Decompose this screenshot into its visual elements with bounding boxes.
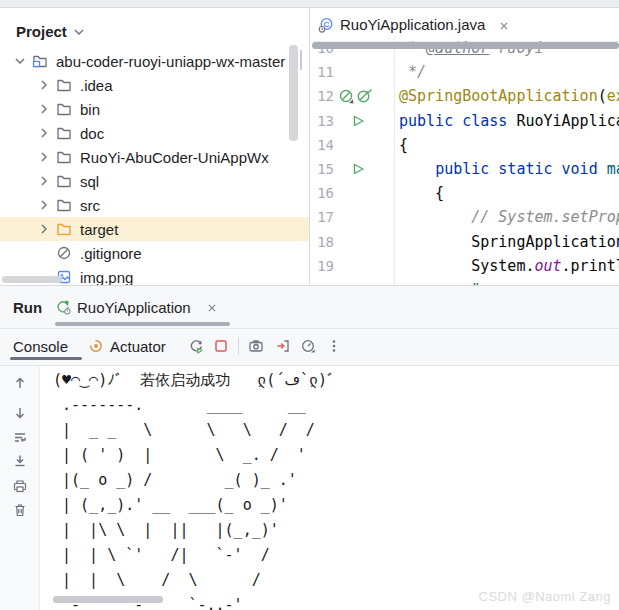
code-segment: */ (399, 63, 426, 81)
line-number: 15 (310, 161, 334, 177)
code-segment: @SpringBootApplication (399, 87, 598, 105)
code-segment: public class (399, 112, 516, 130)
thread-dump-camera-button[interactable] (246, 336, 266, 356)
code-area[interactable]: 10 * @author ruoyi11 */12@SpringBootAppl… (310, 36, 619, 285)
code-text: @SpringBootApplication(exclu (394, 84, 619, 108)
panel-edge-marker (300, 50, 302, 70)
gutter (334, 109, 394, 133)
gutter (334, 181, 394, 205)
code-text: public class RuoYiApplicatio (394, 109, 619, 133)
tree-item-target[interactable]: target (0, 217, 309, 241)
gutter (334, 230, 394, 254)
trash-icon[interactable] (12, 502, 28, 518)
ide-window: Project abu-coder-ruoyi-uniapp-wx-master… (0, 0, 619, 610)
actuator-icon (88, 338, 104, 354)
arrow-down-icon[interactable] (12, 405, 28, 421)
chevron-right-icon[interactable] (36, 125, 52, 141)
folder-orange-icon (56, 221, 74, 237)
gutter (334, 84, 394, 108)
folder-icon (56, 173, 74, 189)
code-segment: RuoYiApplicatio (516, 112, 619, 130)
tree-item--gitignore[interactable]: .gitignore (0, 241, 309, 265)
run-gutter-icon[interactable] (350, 113, 366, 129)
tree-item-doc[interactable]: doc (0, 121, 309, 145)
chevron-right-icon[interactable] (36, 221, 52, 237)
line-number: 18 (310, 234, 334, 250)
code-segment: SpringApplication.ru (399, 233, 619, 251)
close-icon[interactable] (497, 18, 511, 32)
folder-icon (56, 197, 74, 213)
more-options-kebab-button[interactable] (324, 336, 344, 356)
window-top-strip (0, 0, 619, 8)
run-tab-label: RuoYiApplication (77, 299, 191, 316)
exit-button[interactable] (273, 336, 293, 356)
console-toolbar-row: Console Actuator (0, 329, 619, 365)
gutter (334, 278, 394, 285)
console-output: (♥◠‿◠)ﾉﾞ 若依启动成功 ლ(´ڡ`ლ)ﾞ .-------. ____ … (53, 368, 335, 610)
stop-button[interactable] (211, 336, 231, 356)
tree-item-label: sql (80, 173, 99, 190)
code-line: 20 " (310, 278, 619, 285)
folder-icon (56, 125, 74, 141)
bean-gutter-icon[interactable] (338, 88, 354, 104)
code-text: */ (394, 60, 426, 84)
tree-item--idea[interactable]: .idea (0, 73, 309, 97)
code-text: { (394, 133, 408, 157)
tree-item-src[interactable]: src (0, 193, 309, 217)
code-text: { (394, 181, 444, 205)
arrow-up-icon[interactable] (12, 375, 28, 391)
tree-item-bin[interactable]: bin (0, 97, 309, 121)
rerun-button[interactable] (186, 336, 206, 356)
chevron-right-icon[interactable] (36, 197, 52, 213)
printer-icon[interactable] (12, 478, 28, 494)
run-gutter-icon[interactable] (350, 161, 366, 177)
tree-indent (36, 245, 52, 261)
editor-tab-title: RuoYiApplication.java (340, 16, 485, 33)
project-panel-title: Project (16, 23, 67, 40)
project-vertical-scrollbar[interactable] (289, 45, 298, 141)
chevron-right-icon[interactable] (36, 173, 52, 189)
code-segment (399, 208, 471, 226)
run-header-row: Run RuoYiApplication (0, 286, 619, 328)
code-segment: public static void (435, 160, 607, 178)
chevron-right-icon[interactable] (36, 77, 52, 93)
project-panel-header[interactable]: Project (16, 16, 87, 46)
chevron-down-icon[interactable] (71, 24, 87, 40)
close-icon[interactable] (205, 300, 219, 314)
console-tab-label: Console (13, 338, 68, 355)
tree-item-label: target (80, 221, 118, 238)
gauge-button[interactable] (298, 336, 318, 356)
folder-icon (56, 149, 74, 165)
tree-item-abu-coder-ruoyi-uniapp-wx-master[interactable]: abu-coder-ruoyi-uniapp-wx-master (0, 49, 309, 73)
line-number: 19 (310, 258, 334, 274)
chevron-down-icon[interactable] (12, 53, 28, 69)
console-horizontal-scrollbar[interactable] (53, 596, 163, 603)
tree-item-sql[interactable]: sql (0, 169, 309, 193)
soft-wrap-icon[interactable] (12, 430, 28, 446)
toolbar-divider (238, 337, 239, 355)
tree-item-label: RuoYi-AbuCoder-UniAppWx (80, 149, 269, 166)
line-number: 13 (310, 113, 334, 129)
code-line: 17 // System.setPropert (310, 205, 619, 229)
code-segment: main (607, 160, 619, 178)
chevron-right-icon[interactable] (36, 101, 52, 117)
ignored-icon (56, 245, 74, 261)
code-line: 12@SpringBootApplication(exclu (310, 84, 619, 108)
line-number: 17 (310, 209, 334, 225)
spring-boot-run-icon (55, 299, 71, 315)
tree-item-label: src (80, 197, 100, 214)
project-folder-icon (32, 53, 50, 69)
chevron-right-icon[interactable] (36, 149, 52, 165)
code-segment: ( (598, 87, 607, 105)
code-segment: { (399, 136, 408, 154)
editor-horizontal-scrollbar[interactable] (312, 42, 619, 49)
tree-item-label: .idea (80, 77, 113, 94)
java-class-icon: C (318, 17, 334, 33)
bean-check-gutter-icon[interactable] (356, 88, 372, 104)
code-text: public static void main( (394, 157, 619, 181)
code-segment: { (399, 184, 444, 202)
project-horizontal-scrollbar[interactable] (2, 276, 62, 283)
tab-actuator[interactable]: Actuator (88, 329, 166, 363)
tree-item-ruoyi-abucoder-uniappwx[interactable]: RuoYi-AbuCoder-UniAppWx (0, 145, 309, 169)
scroll-end-icon[interactable] (12, 453, 28, 469)
